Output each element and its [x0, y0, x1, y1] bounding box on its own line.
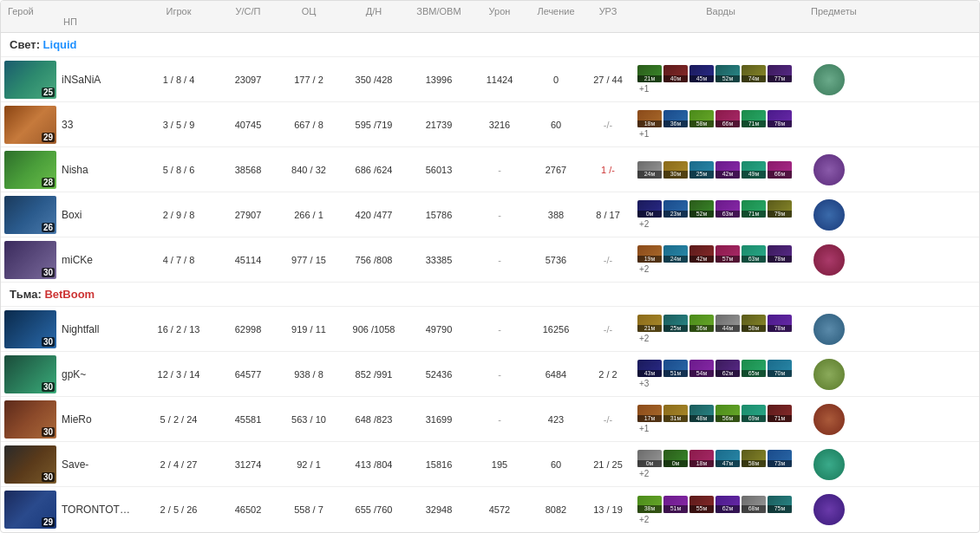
stat-oz: 45114 [218, 253, 278, 267]
table-row: 30 MieRo 5 / 2 / 2445581563 / 10648 /823… [1, 397, 979, 442]
item-time: 66м [715, 120, 740, 127]
table-row: 25 iNSaNiA 1 / 8 / 423097177 / 2350 /428… [1, 57, 979, 102]
stat-heal: 195 [469, 458, 530, 471]
team-label: Свет: [10, 38, 43, 51]
stat-damage: 56013 [408, 163, 469, 177]
hero-image: 30 [4, 400, 56, 439]
item-time: 42м [715, 171, 740, 178]
stat-oz: 40745 [218, 118, 278, 132]
item-slot-1: 40м [663, 65, 688, 82]
item-time: 36м [689, 325, 714, 332]
item-time: 58м [689, 120, 714, 127]
stat-damage: 13996 [408, 73, 469, 87]
stat-damage: 31699 [408, 413, 469, 426]
item-slot-4: 65м [742, 360, 766, 377]
item-time: 75м [768, 505, 792, 512]
stat-urz: 5736 [530, 253, 582, 267]
item-slot-1: 24м [663, 245, 688, 263]
item-time: 31м [663, 415, 688, 422]
item-time: 0м [663, 460, 688, 467]
item-time: 49м [742, 171, 766, 178]
avatar [813, 199, 845, 231]
item-time: 73м [768, 460, 792, 467]
item-time: 21м [637, 325, 662, 332]
player-name: Boxi [62, 209, 82, 221]
items-cell: 19м24м42м57м63м78м+2 [634, 244, 807, 276]
hero-cell: 30 Nightfall [1, 309, 140, 350]
stat-zvm: 686 /624 [339, 163, 408, 177]
header-np: НП [1, 16, 140, 27]
hero-level: 30 [42, 382, 55, 392]
item-slot-3: 56м [715, 405, 740, 422]
stat-kda: 2 / 4 / 27 [140, 458, 218, 471]
item-slot-0: 21м [637, 315, 662, 332]
header-oz: ОЦ [278, 6, 339, 16]
item-slot-3: 52м [715, 65, 740, 82]
hero-cell: 28 Nisha [1, 149, 140, 191]
item-slot-4: 58м [742, 315, 766, 332]
hero-cell: 30 gpK~ [1, 354, 140, 395]
item-time: 78м [768, 256, 792, 263]
items-cell: 21м25м36м44м58м78м+2 [634, 313, 807, 345]
header-player: Игрок [140, 6, 218, 16]
stat-dn: 977 / 15 [278, 253, 339, 267]
item-slot-1: 0м [663, 450, 688, 467]
items-cell: 24м30м25м42м49м66м [634, 159, 807, 180]
item-extra: +2 [639, 469, 649, 478]
item-slot-0: 43м [637, 360, 662, 377]
item-time: 54м [689, 370, 714, 377]
item-time: 63м [742, 256, 766, 263]
item-time: 18м [689, 460, 714, 467]
item-time: 21м [637, 75, 662, 82]
item-time: 74м [742, 75, 766, 82]
table-header: Герой Игрок У/С/П ОЦ Д/Н ЗВМ/ОВМ Урон Ле… [1, 1, 979, 33]
hero-cell: 26 Boxi [1, 194, 140, 236]
item-slot-4: 63м [742, 245, 766, 263]
avatar [813, 494, 845, 525]
item-slot-5: 79м [768, 200, 792, 218]
stat-damage: 33385 [408, 253, 469, 267]
stat-dn: 177 / 2 [278, 73, 339, 87]
item-time: 25м [689, 171, 714, 178]
item-time: 42м [689, 256, 714, 263]
item-time: 51м [663, 370, 688, 377]
stat-dn: 266 / 1 [278, 208, 339, 222]
stat-wards: 1 /- [582, 163, 634, 177]
item-time: 57м [715, 256, 740, 263]
hero-image: 29 [4, 106, 56, 144]
item-time: 0м [637, 460, 662, 467]
stat-oz: 31274 [218, 458, 278, 471]
item-time: 71м [768, 415, 792, 422]
item-time: 58м [742, 325, 766, 332]
stat-kda: 4 / 7 / 8 [140, 253, 218, 267]
stat-kda: 2 / 9 / 8 [140, 208, 218, 222]
item-time: 36м [663, 120, 688, 127]
item-time: 70м [768, 370, 792, 377]
item-slot-1: 51м [663, 496, 688, 513]
items-cell: 17м31м48м56м69м71м+1 [634, 403, 807, 435]
stat-damage: 15786 [408, 208, 469, 222]
item-time: 66м [768, 171, 792, 178]
avatar [813, 449, 845, 480]
item-slot-1: 30м [663, 161, 688, 179]
item-slot-5: 66м [768, 161, 792, 179]
item-time: 51м [663, 505, 688, 512]
player-name: Save- [62, 458, 88, 471]
item-slot-2: 58м [689, 110, 714, 127]
hero-level: 30 [42, 472, 55, 482]
stat-damage: 32948 [408, 503, 469, 517]
stat-urz: 6484 [530, 367, 582, 381]
stat-zvm: 852 /991 [339, 367, 408, 381]
items-cell: 0м0м18м47м58м73м+2 [634, 448, 807, 480]
hero-level: 29 [42, 133, 55, 142]
stat-zvm: 655 /760 [339, 503, 408, 517]
avatar [813, 404, 845, 435]
item-slot-3: 66м [715, 110, 740, 127]
hero-level: 30 [42, 268, 55, 277]
item-time: 43м [637, 370, 662, 377]
player-name: miCKe [62, 254, 93, 266]
stat-heal: - [469, 208, 530, 222]
item-slot-5: 70м [768, 360, 792, 377]
teams-container: Свет: Liquid 25 iNSaNiA 1 / 8 / 42309717… [1, 33, 979, 532]
hero-image: 28 [4, 151, 56, 189]
